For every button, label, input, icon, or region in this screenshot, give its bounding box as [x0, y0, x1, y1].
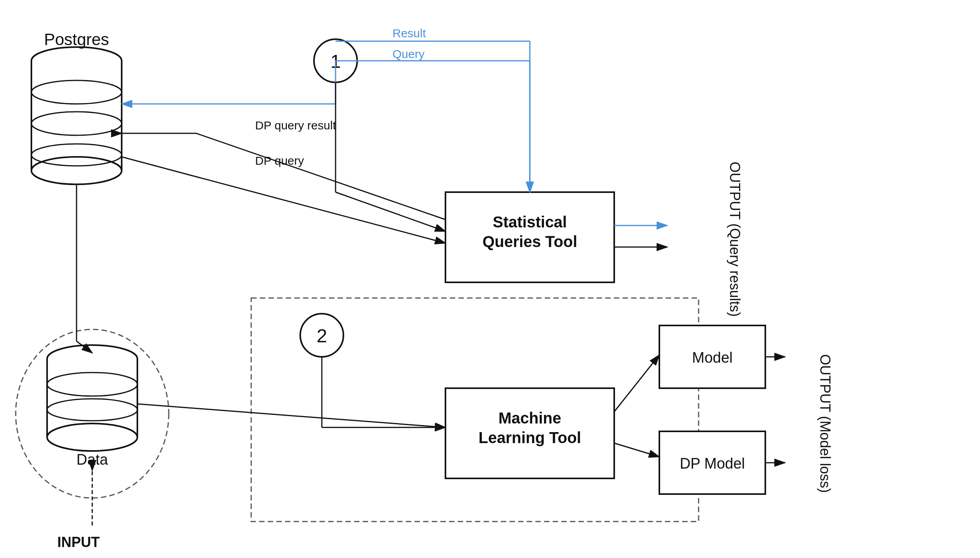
svg-line-34 [122, 157, 445, 243]
svg-line-47 [614, 355, 659, 412]
model-label: Model [692, 349, 733, 366]
ml-tool-label2: Learning Tool [478, 429, 581, 446]
input-label: INPUT [57, 534, 100, 550]
svg-line-32 [196, 133, 445, 220]
data-label: Data [77, 451, 108, 468]
query-label: Query [392, 47, 425, 60]
result-label: Result [392, 27, 426, 40]
dp-query-result-label: DP query result [255, 119, 336, 132]
svg-line-46 [137, 404, 445, 427]
ml-tool-label: Machine [498, 409, 561, 427]
stat-tool-label2: Queries Tool [482, 233, 577, 250]
dp-model-label: DP Model [680, 455, 745, 472]
svg-line-36 [336, 192, 445, 231]
dp-query-label: DP query [255, 154, 304, 167]
step2-label: 2 [317, 325, 327, 346]
output-query-label: OUTPUT (Query results) [727, 162, 743, 316]
output-model-label: OUTPUT (Model loss) [817, 354, 833, 493]
svg-point-11 [31, 157, 122, 184]
svg-point-20 [47, 423, 137, 451]
stat-tool-label: Statistical [493, 213, 567, 231]
postgres-label: Postgres [44, 30, 109, 49]
svg-line-48 [614, 443, 659, 457]
